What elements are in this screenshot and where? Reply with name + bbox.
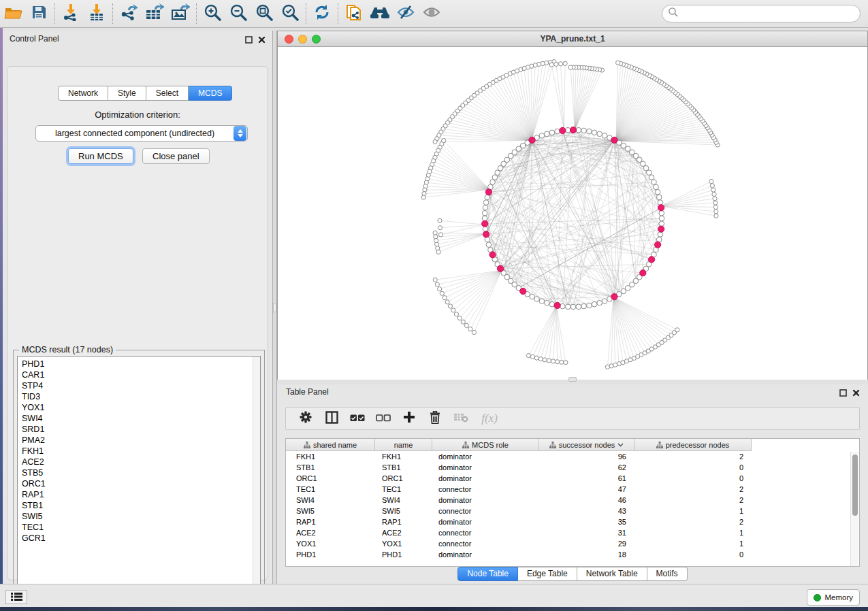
table-settings-button[interactable] <box>293 408 319 429</box>
mcds-result-item[interactable]: SWI4 <box>18 413 260 424</box>
column-layout-button[interactable] <box>319 408 344 429</box>
scrollbar-thumb[interactable] <box>852 455 858 516</box>
mcds-hub-node[interactable] <box>560 127 566 133</box>
mcds-hub-node[interactable] <box>520 288 526 294</box>
run-mcds-button[interactable]: Run MCDS <box>68 148 133 164</box>
cell[interactable]: 43 <box>539 506 634 516</box>
cell[interactable]: connector <box>432 538 539 549</box>
cell[interactable]: YOX1 <box>286 538 375 549</box>
mcds-result-item[interactable]: YOX1 <box>18 402 260 413</box>
tab-style[interactable]: Style <box>108 86 146 101</box>
tab-node-table[interactable]: Node Table <box>457 567 518 581</box>
mcds-result-item[interactable]: FKH1 <box>18 446 260 457</box>
column-header-shared-name[interactable]: shared name <box>286 439 375 451</box>
mcds-hub-node[interactable] <box>483 231 489 237</box>
mcds-result-item[interactable]: PHD1 <box>18 359 260 369</box>
splitter-grip[interactable] <box>568 377 577 382</box>
cell[interactable]: 96 <box>539 451 634 462</box>
cell[interactable]: 2 <box>634 484 752 495</box>
cell[interactable]: 62 <box>539 462 634 473</box>
splitter-grip[interactable] <box>273 303 276 312</box>
cell[interactable]: 0 <box>634 462 752 473</box>
network-canvas[interactable] <box>278 47 867 380</box>
cell[interactable]: STB1 <box>375 462 432 473</box>
select-all-button[interactable] <box>344 408 370 429</box>
add-row-button[interactable] <box>396 408 422 429</box>
mcds-result-item[interactable]: SWI5 <box>18 511 260 522</box>
cell[interactable]: 1 <box>634 506 752 516</box>
cell[interactable]: dominator <box>432 495 539 506</box>
mcds-hub-node[interactable] <box>640 270 646 276</box>
tab-network[interactable]: Network <box>58 86 108 101</box>
import-table-button[interactable] <box>84 2 110 25</box>
deselect-all-button[interactable] <box>370 408 396 429</box>
mcds-result-item[interactable]: SRD1 <box>18 424 260 435</box>
cell[interactable]: 18 <box>539 549 634 560</box>
export-image-button[interactable] <box>167 2 193 25</box>
cell[interactable]: dominator <box>432 516 539 527</box>
cell[interactable]: YOX1 <box>375 538 432 549</box>
mcds-hub-node[interactable] <box>658 226 664 232</box>
search-network-button[interactable] <box>367 2 393 25</box>
cell[interactable]: 47 <box>539 484 634 495</box>
mcds-hub-node[interactable] <box>497 265 503 271</box>
mcds-hub-node[interactable] <box>554 302 560 308</box>
float-panel-icon[interactable] <box>839 387 847 399</box>
show-eye-button[interactable] <box>419 2 445 25</box>
export-network-button[interactable] <box>116 2 142 25</box>
mcds-hub-node[interactable] <box>529 137 535 143</box>
network-window-titlebar[interactable]: YPA_prune.txt_1 <box>278 31 867 47</box>
table-row[interactable]: STB1STB1dominator620 <box>286 462 859 473</box>
cell[interactable]: connector <box>432 506 539 516</box>
hide-gravity-button[interactable] <box>393 2 419 25</box>
table-row[interactable]: SWI4SWI4dominator462 <box>286 495 859 506</box>
zoom-selected-button[interactable] <box>277 2 303 25</box>
cell[interactable]: 35 <box>539 516 634 527</box>
mcds-hub-node[interactable] <box>485 189 492 195</box>
cell[interactable]: 2 <box>634 451 752 462</box>
zoom-out-button[interactable] <box>225 2 251 25</box>
cell[interactable]: ACE2 <box>286 527 375 538</box>
cell[interactable]: SWI5 <box>375 506 432 516</box>
cell[interactable]: TEC1 <box>286 484 375 495</box>
mcds-list-scrollbar[interactable] <box>253 357 260 597</box>
column-header-predecessor-nodes[interactable]: predecessor nodes <box>634 439 752 451</box>
mcds-result-item[interactable]: RAP1 <box>18 489 260 500</box>
table-row[interactable]: RAP1RAP1dominator352 <box>286 516 859 527</box>
horizontal-splitter[interactable] <box>277 380 868 384</box>
mcds-hub-node[interactable] <box>570 127 576 133</box>
float-panel-icon[interactable] <box>245 34 253 46</box>
cell[interactable]: ORC1 <box>375 473 432 484</box>
cell[interactable]: TEC1 <box>375 484 432 495</box>
cell[interactable]: 0 <box>634 473 752 484</box>
mcds-result-item[interactable]: STB1 <box>18 500 260 511</box>
zoom-fit-button[interactable] <box>251 2 277 25</box>
table-row[interactable]: ACE2ACE2connector311 <box>286 527 859 538</box>
cell[interactable]: dominator <box>432 451 539 462</box>
mcds-result-item[interactable]: TID3 <box>18 391 260 402</box>
mcds-result-item[interactable]: TEC1 <box>18 522 260 533</box>
cell[interactable]: 31 <box>539 527 634 538</box>
cell[interactable]: 1 <box>634 527 752 538</box>
search-input[interactable] <box>679 7 860 20</box>
close-panel-icon[interactable] <box>852 387 860 399</box>
cell[interactable]: PHD1 <box>375 549 432 560</box>
task-history-button[interactable] <box>5 590 27 604</box>
close-panel-button[interactable]: Close panel <box>142 148 210 164</box>
table-row[interactable]: TEC1TEC1connector472 <box>286 484 859 495</box>
mcds-result-list[interactable]: PHD1CAR1STP4TID3YOX1SWI4SRD1PMA2FKH1ACE2… <box>17 356 261 598</box>
cell[interactable]: 2 <box>634 495 752 506</box>
cell[interactable]: 29 <box>539 538 634 549</box>
mcds-result-item[interactable]: ORC1 <box>18 478 260 489</box>
cell[interactable]: SWI5 <box>286 506 375 516</box>
cell[interactable]: 61 <box>539 473 634 484</box>
mcds-hub-node[interactable] <box>489 252 496 258</box>
mcds-result-item[interactable]: CAR1 <box>18 369 260 380</box>
mcds-result-item[interactable]: STB5 <box>18 467 260 478</box>
mcds-result-item[interactable]: ACE2 <box>18 457 260 467</box>
import-network-button[interactable] <box>58 2 84 25</box>
cell[interactable]: FKH1 <box>375 451 432 462</box>
memory-button[interactable]: Memory <box>807 589 860 606</box>
mcds-hub-node[interactable] <box>482 220 488 227</box>
column-header-name[interactable]: name <box>375 439 432 451</box>
